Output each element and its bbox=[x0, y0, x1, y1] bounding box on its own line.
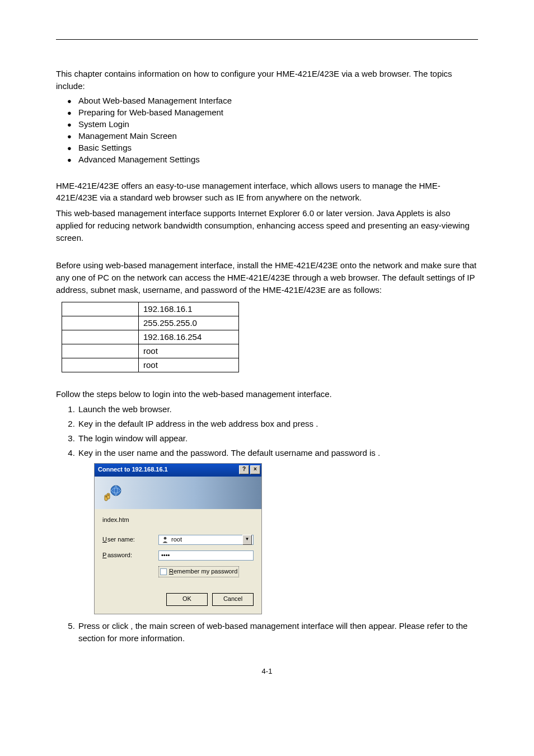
login-dialog: Connect to 192.168.16.1 ? × bbox=[94, 463, 262, 614]
step-text: Key in the user name and the password. T… bbox=[78, 448, 378, 458]
about-p2: This web-based management interface supp… bbox=[56, 207, 478, 244]
keys-globe-icon bbox=[102, 483, 123, 503]
table-value: 255.255.255.0 bbox=[139, 316, 239, 330]
topic-item: Advanced Management Settings bbox=[67, 155, 478, 164]
table-value: 192.168.16.254 bbox=[139, 330, 239, 344]
remember-label: Remember my password bbox=[169, 567, 237, 576]
topic-item: Management Main Screen bbox=[67, 131, 478, 141]
table-row: 255.255.255.0 bbox=[62, 316, 239, 330]
login-intro: Follow the steps below to login into the… bbox=[56, 388, 478, 400]
topic-item: About Web-based Management Interface bbox=[67, 96, 478, 105]
table-value: 192.168.16.1 bbox=[139, 302, 239, 316]
table-row: 192.168.16.1 bbox=[62, 302, 239, 316]
chevron-down-icon[interactable]: ▼ bbox=[242, 535, 252, 545]
username-label: User name: bbox=[102, 535, 158, 544]
dialog-titlebar: Connect to 192.168.16.1 ? × bbox=[95, 464, 261, 477]
intro-paragraph: This chapter contains information on how… bbox=[56, 68, 478, 92]
steps-list: Launch the web browser. Key in the defau… bbox=[56, 403, 478, 644]
dialog-title-text: Connect to 192.168.16.1 bbox=[98, 465, 168, 474]
remember-checkbox[interactable] bbox=[160, 568, 167, 575]
table-value: root bbox=[139, 344, 239, 358]
top-rule bbox=[56, 39, 478, 40]
svg-point-4 bbox=[107, 494, 109, 496]
username-combo[interactable]: root ▼ bbox=[158, 535, 254, 545]
about-p1: HME-421E/423E offers an easy-to-use mana… bbox=[56, 180, 478, 204]
step-text: Key in the default IP address in the web… bbox=[78, 419, 316, 428]
topic-item: System Login bbox=[67, 119, 478, 129]
cancel-button[interactable]: Cancel bbox=[212, 593, 254, 606]
prep-p1: Before using web-based management interf… bbox=[56, 259, 478, 296]
topic-item: Basic Settings bbox=[67, 143, 478, 152]
step-item: Press or click , the main screen of web-… bbox=[77, 620, 478, 645]
dialog-banner bbox=[95, 477, 261, 509]
svg-point-2 bbox=[105, 496, 106, 497]
topic-item: Preparing for Web-based Management bbox=[67, 108, 478, 117]
table-row: 192.168.16.254 bbox=[62, 330, 239, 344]
svg-rect-3 bbox=[107, 493, 110, 499]
step-text: Press bbox=[78, 621, 102, 631]
table-row: root bbox=[62, 344, 239, 358]
user-icon bbox=[161, 536, 169, 544]
defaults-table: 192.168.16.1 255.255.255.0 192.168.16.25… bbox=[62, 302, 239, 372]
password-input[interactable]: •••• bbox=[158, 550, 254, 561]
password-value: •••• bbox=[161, 551, 170, 560]
password-label: Password: bbox=[102, 551, 158, 560]
step-text: , the main screen of web-based managemen… bbox=[130, 621, 467, 631]
help-icon[interactable]: ? bbox=[239, 465, 249, 474]
step-text: . bbox=[378, 448, 380, 458]
table-label bbox=[62, 344, 139, 358]
ok-button[interactable]: OK bbox=[166, 593, 208, 606]
svg-point-0 bbox=[111, 486, 121, 496]
svg-point-5 bbox=[164, 537, 167, 540]
step-text: section for more information. bbox=[78, 633, 185, 643]
remember-password-row[interactable]: Remember my password bbox=[158, 566, 239, 577]
table-label bbox=[62, 330, 139, 344]
close-icon[interactable]: × bbox=[250, 465, 260, 474]
step-text: or click bbox=[102, 621, 131, 631]
topic-list: About Web-based Management Interface Pre… bbox=[56, 96, 478, 164]
table-label bbox=[62, 358, 139, 372]
step-item: The login window will appear. bbox=[77, 432, 478, 445]
table-label bbox=[62, 302, 139, 316]
table-label bbox=[62, 316, 139, 330]
page-number: 4-1 bbox=[56, 667, 478, 675]
step-item: Launch the web browser. bbox=[77, 403, 478, 416]
step-text: . bbox=[316, 419, 318, 428]
username-value: root bbox=[171, 535, 182, 544]
table-value: root bbox=[139, 358, 239, 372]
step-item: Key in the user name and the password. T… bbox=[77, 447, 478, 615]
table-row: root bbox=[62, 358, 239, 372]
dialog-resource-label: index.htm bbox=[102, 516, 254, 525]
step-item: Key in the default IP address in the web… bbox=[77, 418, 478, 430]
